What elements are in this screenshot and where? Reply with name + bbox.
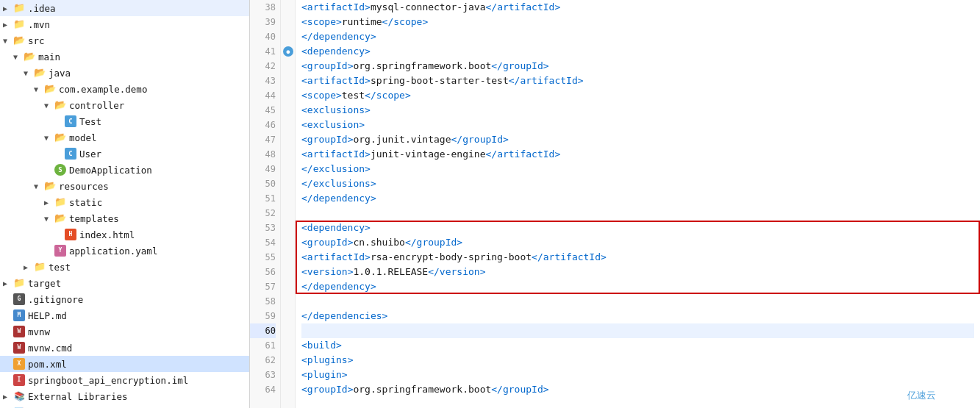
iml-icon: I <box>13 374 25 386</box>
tree-arrow <box>3 37 13 45</box>
class-icon: C <box>65 115 76 127</box>
sidebar-item-label: controller <box>69 100 249 111</box>
sidebar-item-label: static <box>69 197 249 208</box>
sidebar-item-label: index.html <box>79 229 249 240</box>
code-line: <groupId>org.springframework.boot</group… <box>301 382 974 397</box>
code-line: <exclusions> <box>301 103 974 118</box>
scratches-and-consoles[interactable]: 📝Scratches and Consoles <box>0 404 249 408</box>
sidebar-item-label: application.yaml <box>69 246 249 257</box>
line-number: 40 <box>250 29 276 44</box>
sidebar-item-main[interactable]: 📂main <box>0 49 249 65</box>
xml-icon: X <box>13 358 25 370</box>
sidebar-item-templates[interactable]: 📂templates <box>0 210 249 226</box>
code-line: <artifactId>spring-boot-starter-test</ar… <box>301 74 974 88</box>
folder-icon: 📂 <box>44 83 56 95</box>
line-number: 46 <box>250 118 276 132</box>
sidebar-item-label: java <box>49 68 249 79</box>
sidebar-item-resources[interactable]: 📂resources <box>0 178 249 194</box>
code-line: <plugins> <box>301 353 974 368</box>
folder-res-icon: 📂 <box>44 180 56 192</box>
code-line: <artifactId>junit-vintage-engine</artifa… <box>301 147 974 162</box>
watermark: 亿速云 <box>907 389 936 402</box>
code-editor: 3839404142434445464748495051525354555657… <box>250 0 980 408</box>
sidebar-item-label: templates <box>69 213 249 224</box>
line-number: 62 <box>250 353 276 368</box>
tree-arrow <box>13 53 24 61</box>
line-number: 57 <box>250 279 276 294</box>
code-line: <artifactId>mysql-connector-java</artifa… <box>301 0 974 15</box>
sidebar-item-static[interactable]: 📁static <box>0 194 249 210</box>
folder-test-icon: 📁 <box>34 261 46 273</box>
external-libraries[interactable]: 📚External Libraries <box>0 388 249 404</box>
sidebar-item-label: User <box>79 148 249 160</box>
ext-lib-label: External Libraries <box>28 391 249 402</box>
tree-arrow <box>34 85 44 93</box>
tree-arrow <box>44 198 54 207</box>
sidebar-item-gitignore[interactable]: G.gitignore <box>0 291 249 307</box>
mvn-icon: W <box>13 326 25 337</box>
sidebar-item-model[interactable]: 📂model <box>0 129 249 146</box>
code-line: <scope>test</scope> <box>301 88 974 103</box>
sidebar-item-label: .gitignore <box>28 294 249 305</box>
line-number: 64 <box>250 382 276 397</box>
sidebar-item-label: mvnw.cmd <box>28 343 249 354</box>
sidebar-item-label: Test <box>79 116 249 127</box>
line-number: 59 <box>250 309 276 323</box>
line-number: 39 <box>250 15 276 29</box>
code-line <box>301 323 974 338</box>
sidebar-item-User[interactable]: CUser <box>0 146 249 162</box>
line-number: 60 <box>250 323 276 338</box>
line-number: 58 <box>250 294 276 309</box>
code-line: <scope>runtime</scope> <box>301 15 974 29</box>
code-content[interactable]: <artifactId>mysql-connector-java</artifa… <box>296 0 980 408</box>
sidebar-item-label: HELP.md <box>28 310 249 321</box>
sidebar-item-mvnw[interactable]: Wmvnw <box>0 323 249 340</box>
sidebar-item-java[interactable]: 📂java <box>0 65 249 81</box>
sidebar-item-label: model <box>69 132 249 143</box>
code-gutter: ● <box>281 0 296 408</box>
mvn-icon: W <box>13 342 25 354</box>
sidebar-item-target[interactable]: 📁target <box>0 275 249 291</box>
tree-arrow <box>44 215 54 223</box>
sidebar-item-label: main <box>38 51 249 62</box>
file-tree[interactable]: 📁.idea📁.mvn📂src📂main📂java📂com.example.de… <box>0 0 250 408</box>
line-number: 43 <box>250 74 276 88</box>
sidebar-item-idea[interactable]: 📁.idea <box>0 0 249 16</box>
folder-icon: 📂 <box>54 99 66 111</box>
code-line <box>301 206 974 221</box>
sidebar-item-appyaml[interactable]: Yapplication.yaml <box>0 243 249 259</box>
sidebar-item-DemoApp[interactable]: SDemoApplication <box>0 162 249 178</box>
sidebar-item-helpmd[interactable]: MHELP.md <box>0 307 249 323</box>
sidebar-item-indexhtml[interactable]: Hindex.html <box>0 226 249 243</box>
sidebar-item-com[interactable]: 📂com.example.demo <box>0 81 249 97</box>
line-number: 52 <box>250 206 276 221</box>
sidebar-item-Test[interactable]: CTest <box>0 113 249 129</box>
sidebar-item-label: .idea <box>28 3 249 14</box>
folder-java-icon: 📂 <box>34 67 46 79</box>
sidebar-item-iml[interactable]: Ispringboot_api_encryption.iml <box>0 372 249 388</box>
sidebar-item-controller[interactable]: 📂controller <box>0 97 249 113</box>
code-line: <exclusion> <box>301 118 974 132</box>
sidebar-item-label: springboot_api_encryption.iml <box>28 375 249 386</box>
code-line: <dependency> <box>301 44 974 59</box>
line-number: 41 <box>250 44 276 59</box>
code-line: <groupId>org.springframework.boot</group… <box>301 59 974 74</box>
sidebar-item-mvn[interactable]: 📁.mvn <box>0 16 249 32</box>
sidebar-item-label: pom.xml <box>28 359 249 370</box>
code-line: <groupId>org.junit.vintage</groupId> <box>301 132 974 147</box>
sidebar-item-mvnwcmd[interactable]: Wmvnw.cmd <box>0 340 249 356</box>
sidebar-item-test[interactable]: 📁test <box>0 259 249 275</box>
code-line: </exclusion> <box>301 162 974 176</box>
class-icon: C <box>65 148 76 160</box>
code-line: <build> <box>301 338 974 353</box>
gutter-marker: ● <box>283 46 293 57</box>
line-number: 50 <box>250 176 276 191</box>
code-line: <artifactId>rsa-encrypt-body-spring-boot… <box>301 250 974 265</box>
sidebar-item-label: mvnw <box>28 326 249 337</box>
line-number: 53 <box>250 221 276 235</box>
sidebar-item-pomxml[interactable]: Xpom.xml <box>0 356 249 372</box>
tree-arrow <box>3 279 13 287</box>
yaml-icon: Y <box>54 245 66 257</box>
tree-arrow <box>44 134 54 142</box>
sidebar-item-src[interactable]: 📂src <box>0 32 249 49</box>
